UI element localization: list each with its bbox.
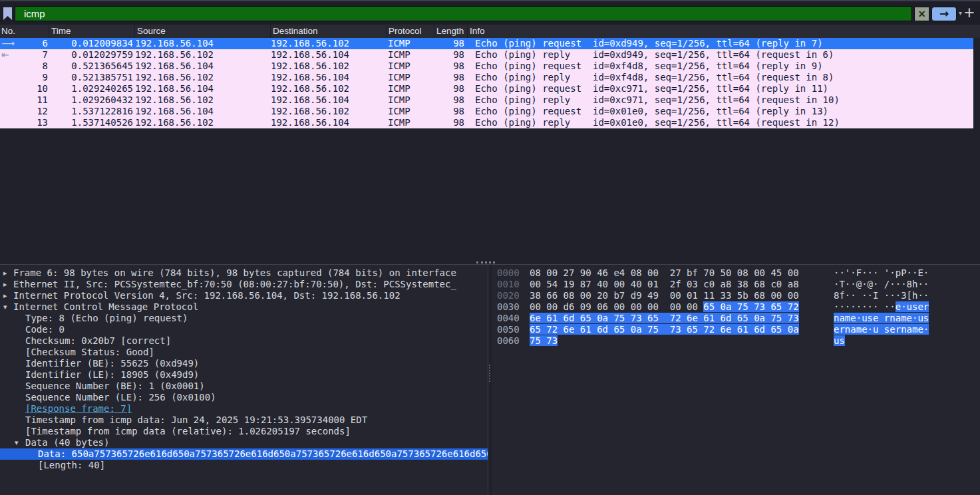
- packet-row[interactable]: 101.029240265192.168.56.104192.168.56.10…: [0, 83, 973, 94]
- cell-length: 98: [434, 72, 468, 83]
- apply-filter-button[interactable]: →: [931, 7, 957, 21]
- detail-line[interactable]: Identifier (BE): 55625 (0xd949): [0, 358, 488, 369]
- detail-text: Internet Protocol Version 4, Src: 192.16…: [13, 290, 401, 301]
- ascii-bytes-selected: name·use rname·us: [834, 313, 929, 323]
- cell-destination: 192.168.56.102: [271, 83, 387, 94]
- hex-row[interactable]: 005065 72 6e 61 6d 65 0a 75 73 65 72 6e …: [492, 324, 980, 335]
- detail-line[interactable]: [Timestamp from icmp data (relative): 1.…: [0, 426, 488, 437]
- detail-line[interactable]: Type: 8 (Echo (ping) request): [0, 313, 488, 324]
- column-header-source[interactable]: Source: [135, 25, 271, 38]
- packet-row[interactable]: 121.537122816192.168.56.104192.168.56.10…: [0, 106, 973, 117]
- cell-destination: 192.168.56.104: [271, 117, 387, 128]
- cell-info: Echo (ping) request id=0xd949, seq=1/256…: [468, 38, 973, 49]
- hex-row[interactable]: 000008 00 27 90 46 e4 08 00 27 bf 70 50 …: [492, 267, 980, 279]
- packet-row[interactable]: 111.029260432192.168.56.102192.168.56.10…: [0, 94, 973, 106]
- filter-toolbar: ✕ → ▾ +: [0, 0, 980, 25]
- cell-destination: 192.168.56.102: [271, 106, 387, 117]
- cell-info: Echo (ping) request id=0x01e0, seq=1/256…: [468, 106, 973, 117]
- packet-row[interactable]: ⇤70.012029759192.168.56.102192.168.56.10…: [0, 49, 973, 61]
- collapse-arrow-icon: ▾: [15, 437, 19, 448]
- collapse-arrow-icon: ▾: [3, 301, 7, 313]
- cell-protocol: ICMP: [387, 117, 434, 128]
- splitter-handle-icon: [489, 365, 490, 382]
- detail-line[interactable]: [Response frame: 7]: [0, 403, 488, 414]
- detail-line[interactable]: Sequence Number (LE): 256 (0x0100): [0, 392, 488, 403]
- detail-line[interactable]: Timestamp from icmp data: Jun 24, 2025 1…: [0, 414, 488, 426]
- detail-line[interactable]: Sequence Number (BE): 1 (0x0001): [0, 381, 488, 392]
- cell-time: 0.521365645: [49, 61, 135, 72]
- detail-text: [Response frame: 7]: [25, 403, 132, 414]
- column-header-no[interactable]: No.: [0, 25, 49, 38]
- cell-source: 192.168.56.104: [135, 83, 271, 94]
- hex-row[interactable]: 003000 00 d6 09 06 00 00 00 00 00 65 0a …: [492, 301, 980, 313]
- bookmark-icon[interactable]: [3, 7, 12, 20]
- cell-source: 192.168.56.102: [135, 94, 271, 106]
- cell-time: 1.029240265: [49, 83, 135, 94]
- detail-text: Timestamp from icmp data: Jun 24, 2025 1…: [25, 414, 367, 425]
- cell-source: 192.168.56.102: [135, 117, 271, 128]
- packet-row[interactable]: 131.537140526192.168.56.102192.168.56.10…: [0, 117, 973, 128]
- display-filter-input[interactable]: [15, 6, 912, 21]
- clear-filter-button[interactable]: ✕: [914, 7, 929, 21]
- packet-row[interactable]: 90.521385751192.168.56.102192.168.56.104…: [0, 72, 973, 83]
- detail-line[interactable]: [Length: 40]: [0, 460, 488, 471]
- detail-line[interactable]: ▾Data (40 bytes): [0, 437, 488, 448]
- add-filter-button[interactable]: +: [964, 3, 975, 23]
- cell-source: 192.168.56.104: [135, 38, 271, 49]
- hex-offset: 0020: [497, 290, 520, 301]
- cell-time: 0.012009834: [49, 38, 135, 49]
- column-header-info[interactable]: Info: [468, 25, 980, 38]
- column-header-time[interactable]: Time: [49, 25, 135, 38]
- detail-line[interactable]: ▸Ethernet II, Src: PCSSystemtec_bf:70:50…: [0, 279, 488, 290]
- cell-no: 11: [0, 94, 49, 106]
- column-header-destination[interactable]: Destination: [271, 25, 387, 38]
- cell-destination: 192.168.56.102: [271, 61, 387, 72]
- hex-row[interactable]: 006075 73us: [492, 335, 980, 347]
- hex-offset: 0010: [497, 279, 520, 290]
- ascii-bytes-selected: e·user: [896, 301, 929, 312]
- detail-line[interactable]: Data: 650a757365726e616d650a757365726e61…: [0, 448, 488, 460]
- ascii-bytes-selected: us: [834, 335, 845, 346]
- cell-info: Echo (ping) reply id=0x01e0, seq=1/256, …: [468, 117, 973, 128]
- packet-row[interactable]: 80.521365645192.168.56.104192.168.56.102…: [0, 61, 973, 72]
- column-header-length[interactable]: Length: [434, 25, 468, 38]
- cell-info: Echo (ping) request id=0xc971, seq=1/256…: [468, 83, 973, 94]
- cell-no: 8: [0, 61, 49, 72]
- cell-protocol: ICMP: [387, 106, 434, 117]
- packet-list-header: No. Time Source Destination Protocol Len…: [0, 25, 980, 38]
- cell-protocol: ICMP: [387, 49, 434, 61]
- detail-line[interactable]: ▾Internet Control Message Protocol: [0, 301, 488, 313]
- cell-protocol: ICMP: [387, 94, 434, 106]
- detail-line[interactable]: Checksum: 0x20b7 [correct]: [0, 335, 488, 347]
- detail-text: Internet Control Message Protocol: [13, 301, 198, 312]
- detail-line[interactable]: [Checksum Status: Good]: [0, 347, 488, 358]
- hex-bytes-selected: 65 0a 75 73 65 72: [703, 301, 798, 312]
- detail-line[interactable]: ▸Internet Protocol Version 4, Src: 192.1…: [0, 290, 488, 301]
- hex-row[interactable]: 002038 66 08 00 20 b7 d9 49 00 01 11 33 …: [492, 290, 980, 301]
- cell-no: ⇤7: [0, 49, 49, 61]
- cell-time: 0.521385751: [49, 72, 135, 83]
- cell-no: 9: [0, 72, 49, 83]
- cell-protocol: ICMP: [387, 72, 434, 83]
- detail-text: [Checksum Status: Good]: [25, 347, 154, 357]
- detail-line[interactable]: Code: 0: [0, 324, 488, 335]
- column-header-protocol[interactable]: Protocol: [387, 25, 434, 38]
- detail-text: Code: 0: [25, 324, 65, 335]
- cell-no: ⟶6: [0, 38, 49, 49]
- hex-row[interactable]: 001000 54 19 87 40 00 40 01 2f 03 c0 a8 …: [492, 279, 980, 290]
- detail-text: [Length: 40]: [38, 460, 105, 470]
- detail-line[interactable]: Identifier (LE): 18905 (0x49d9): [0, 369, 488, 381]
- cell-info: Echo (ping) request id=0xf4d8, seq=1/256…: [468, 61, 973, 72]
- packet-list-scrollbar[interactable]: [973, 38, 980, 128]
- hex-offset: 0030: [497, 301, 520, 313]
- hex-bytes: 65 72 6e 61 6d 65 0a 75 73 65 72 6e 61 6…: [530, 324, 799, 335]
- chevron-down-icon[interactable]: ▾: [959, 9, 962, 17]
- detail-line[interactable]: ▸Frame 6: 98 bytes on wire (784 bits), 9…: [0, 267, 488, 279]
- cell-info: Echo (ping) reply id=0xc971, seq=1/256, …: [468, 94, 973, 106]
- cell-length: 98: [434, 38, 468, 49]
- packet-row[interactable]: ⟶60.012009834192.168.56.104192.168.56.10…: [0, 38, 973, 49]
- cell-info: Echo (ping) reply id=0xf4d8, seq=1/256, …: [468, 72, 973, 83]
- vertical-splitter[interactable]: [488, 265, 492, 495]
- hex-row[interactable]: 00406e 61 6d 65 0a 75 73 65 72 6e 61 6d …: [492, 313, 980, 324]
- ascii-bytes: ername·u sername·: [834, 324, 929, 335]
